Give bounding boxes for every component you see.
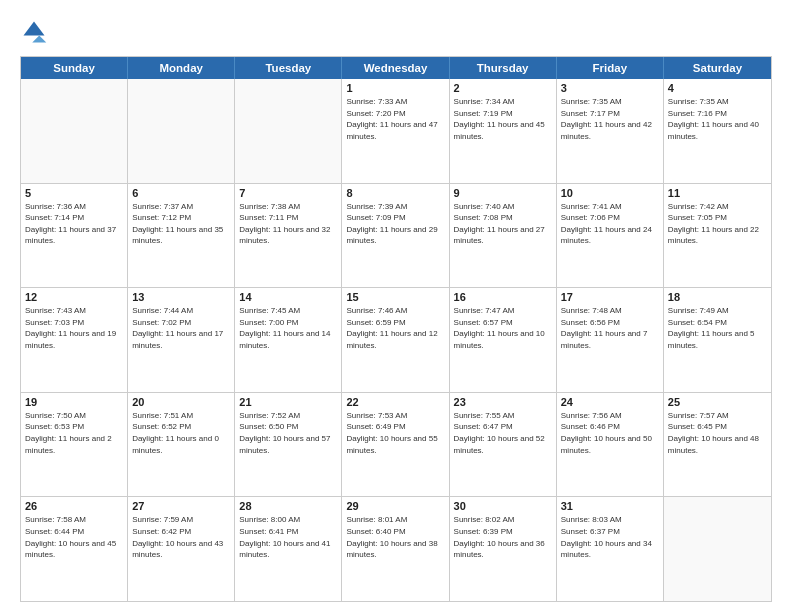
calendar-header-cell: Sunday	[21, 57, 128, 79]
day-info: Sunrise: 7:49 AMSunset: 6:54 PMDaylight:…	[668, 305, 767, 351]
calendar-cell: 1Sunrise: 7:33 AMSunset: 7:20 PMDaylight…	[342, 79, 449, 183]
calendar-cell: 2Sunrise: 7:34 AMSunset: 7:19 PMDaylight…	[450, 79, 557, 183]
calendar-cell: 29Sunrise: 8:01 AMSunset: 6:40 PMDayligh…	[342, 497, 449, 601]
day-info: Sunrise: 7:33 AMSunset: 7:20 PMDaylight:…	[346, 96, 444, 142]
calendar-body: 1Sunrise: 7:33 AMSunset: 7:20 PMDaylight…	[21, 79, 771, 601]
day-number: 22	[346, 396, 444, 408]
calendar-header-cell: Friday	[557, 57, 664, 79]
day-info: Sunrise: 7:35 AMSunset: 7:16 PMDaylight:…	[668, 96, 767, 142]
day-info: Sunrise: 7:47 AMSunset: 6:57 PMDaylight:…	[454, 305, 552, 351]
day-info: Sunrise: 7:36 AMSunset: 7:14 PMDaylight:…	[25, 201, 123, 247]
day-number: 25	[668, 396, 767, 408]
day-info: Sunrise: 7:59 AMSunset: 6:42 PMDaylight:…	[132, 514, 230, 560]
calendar-header-cell: Wednesday	[342, 57, 449, 79]
calendar-cell: 10Sunrise: 7:41 AMSunset: 7:06 PMDayligh…	[557, 184, 664, 288]
calendar-header-cell: Thursday	[450, 57, 557, 79]
day-info: Sunrise: 7:57 AMSunset: 6:45 PMDaylight:…	[668, 410, 767, 456]
calendar-week-row: 19Sunrise: 7:50 AMSunset: 6:53 PMDayligh…	[21, 393, 771, 498]
day-info: Sunrise: 7:42 AMSunset: 7:05 PMDaylight:…	[668, 201, 767, 247]
calendar-cell: 6Sunrise: 7:37 AMSunset: 7:12 PMDaylight…	[128, 184, 235, 288]
svg-marker-1	[32, 36, 46, 43]
calendar-header-cell: Tuesday	[235, 57, 342, 79]
day-number: 10	[561, 187, 659, 199]
calendar-week-row: 26Sunrise: 7:58 AMSunset: 6:44 PMDayligh…	[21, 497, 771, 601]
calendar-cell	[235, 79, 342, 183]
day-number: 20	[132, 396, 230, 408]
calendar-cell: 28Sunrise: 8:00 AMSunset: 6:41 PMDayligh…	[235, 497, 342, 601]
day-info: Sunrise: 7:58 AMSunset: 6:44 PMDaylight:…	[25, 514, 123, 560]
calendar-cell: 4Sunrise: 7:35 AMSunset: 7:16 PMDaylight…	[664, 79, 771, 183]
calendar-cell: 8Sunrise: 7:39 AMSunset: 7:09 PMDaylight…	[342, 184, 449, 288]
day-number: 13	[132, 291, 230, 303]
day-number: 26	[25, 500, 123, 512]
day-number: 14	[239, 291, 337, 303]
day-info: Sunrise: 8:02 AMSunset: 6:39 PMDaylight:…	[454, 514, 552, 560]
day-number: 4	[668, 82, 767, 94]
day-number: 11	[668, 187, 767, 199]
calendar-cell: 21Sunrise: 7:52 AMSunset: 6:50 PMDayligh…	[235, 393, 342, 497]
day-info: Sunrise: 7:55 AMSunset: 6:47 PMDaylight:…	[454, 410, 552, 456]
day-info: Sunrise: 7:50 AMSunset: 6:53 PMDaylight:…	[25, 410, 123, 456]
day-number: 28	[239, 500, 337, 512]
svg-marker-0	[24, 22, 45, 36]
calendar-week-row: 12Sunrise: 7:43 AMSunset: 7:03 PMDayligh…	[21, 288, 771, 393]
calendar-cell: 16Sunrise: 7:47 AMSunset: 6:57 PMDayligh…	[450, 288, 557, 392]
calendar-header-cell: Monday	[128, 57, 235, 79]
calendar-cell: 20Sunrise: 7:51 AMSunset: 6:52 PMDayligh…	[128, 393, 235, 497]
day-number: 21	[239, 396, 337, 408]
day-info: Sunrise: 7:52 AMSunset: 6:50 PMDaylight:…	[239, 410, 337, 456]
logo	[20, 18, 52, 46]
day-number: 2	[454, 82, 552, 94]
calendar-cell: 19Sunrise: 7:50 AMSunset: 6:53 PMDayligh…	[21, 393, 128, 497]
calendar-cell: 15Sunrise: 7:46 AMSunset: 6:59 PMDayligh…	[342, 288, 449, 392]
day-info: Sunrise: 7:43 AMSunset: 7:03 PMDaylight:…	[25, 305, 123, 351]
day-number: 31	[561, 500, 659, 512]
day-number: 27	[132, 500, 230, 512]
day-number: 3	[561, 82, 659, 94]
day-info: Sunrise: 7:41 AMSunset: 7:06 PMDaylight:…	[561, 201, 659, 247]
day-info: Sunrise: 7:46 AMSunset: 6:59 PMDaylight:…	[346, 305, 444, 351]
calendar-cell: 27Sunrise: 7:59 AMSunset: 6:42 PMDayligh…	[128, 497, 235, 601]
day-number: 7	[239, 187, 337, 199]
header	[20, 18, 772, 46]
calendar-cell: 13Sunrise: 7:44 AMSunset: 7:02 PMDayligh…	[128, 288, 235, 392]
calendar-header: SundayMondayTuesdayWednesdayThursdayFrid…	[21, 57, 771, 79]
calendar-week-row: 1Sunrise: 7:33 AMSunset: 7:20 PMDaylight…	[21, 79, 771, 184]
day-number: 16	[454, 291, 552, 303]
logo-icon	[20, 18, 48, 46]
calendar-cell: 12Sunrise: 7:43 AMSunset: 7:03 PMDayligh…	[21, 288, 128, 392]
day-info: Sunrise: 7:44 AMSunset: 7:02 PMDaylight:…	[132, 305, 230, 351]
calendar-cell: 9Sunrise: 7:40 AMSunset: 7:08 PMDaylight…	[450, 184, 557, 288]
day-number: 15	[346, 291, 444, 303]
calendar-cell	[664, 497, 771, 601]
calendar-cell: 26Sunrise: 7:58 AMSunset: 6:44 PMDayligh…	[21, 497, 128, 601]
calendar-cell: 3Sunrise: 7:35 AMSunset: 7:17 PMDaylight…	[557, 79, 664, 183]
calendar-cell: 22Sunrise: 7:53 AMSunset: 6:49 PMDayligh…	[342, 393, 449, 497]
calendar-cell: 25Sunrise: 7:57 AMSunset: 6:45 PMDayligh…	[664, 393, 771, 497]
day-number: 17	[561, 291, 659, 303]
day-number: 24	[561, 396, 659, 408]
day-number: 9	[454, 187, 552, 199]
day-number: 8	[346, 187, 444, 199]
day-info: Sunrise: 8:03 AMSunset: 6:37 PMDaylight:…	[561, 514, 659, 560]
calendar-header-cell: Saturday	[664, 57, 771, 79]
calendar-week-row: 5Sunrise: 7:36 AMSunset: 7:14 PMDaylight…	[21, 184, 771, 289]
day-info: Sunrise: 7:53 AMSunset: 6:49 PMDaylight:…	[346, 410, 444, 456]
calendar-cell: 24Sunrise: 7:56 AMSunset: 6:46 PMDayligh…	[557, 393, 664, 497]
calendar-cell: 5Sunrise: 7:36 AMSunset: 7:14 PMDaylight…	[21, 184, 128, 288]
day-number: 19	[25, 396, 123, 408]
calendar-cell: 30Sunrise: 8:02 AMSunset: 6:39 PMDayligh…	[450, 497, 557, 601]
day-number: 29	[346, 500, 444, 512]
calendar-cell: 14Sunrise: 7:45 AMSunset: 7:00 PMDayligh…	[235, 288, 342, 392]
day-number: 23	[454, 396, 552, 408]
page: SundayMondayTuesdayWednesdayThursdayFrid…	[0, 0, 792, 612]
calendar-cell: 31Sunrise: 8:03 AMSunset: 6:37 PMDayligh…	[557, 497, 664, 601]
calendar-cell: 17Sunrise: 7:48 AMSunset: 6:56 PMDayligh…	[557, 288, 664, 392]
calendar-cell	[21, 79, 128, 183]
day-info: Sunrise: 7:38 AMSunset: 7:11 PMDaylight:…	[239, 201, 337, 247]
calendar-cell	[128, 79, 235, 183]
day-info: Sunrise: 7:48 AMSunset: 6:56 PMDaylight:…	[561, 305, 659, 351]
day-number: 1	[346, 82, 444, 94]
day-number: 12	[25, 291, 123, 303]
calendar: SundayMondayTuesdayWednesdayThursdayFrid…	[20, 56, 772, 602]
